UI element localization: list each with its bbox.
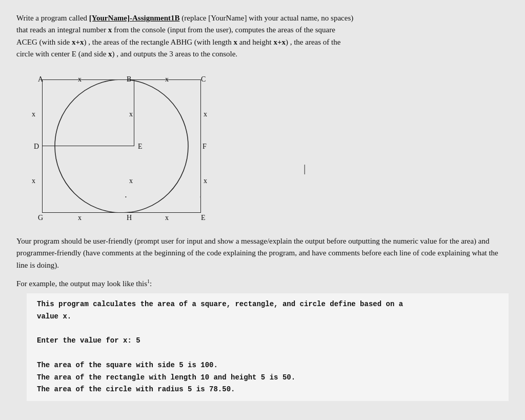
code-line-blank2 <box>37 347 498 359</box>
example-intro-paragraph: For example, the output may look like th… <box>16 278 509 288</box>
code-line-6-text: The area of the circle with radius 5 is … <box>37 385 235 393</box>
code-line-2: value x. <box>37 311 498 323</box>
cursor-ibeam: | <box>304 162 306 175</box>
dot-decoration: • <box>125 195 127 199</box>
var-x1: x <box>108 26 112 34</box>
label-H: H <box>127 214 132 222</box>
svg-point-0 <box>55 79 188 213</box>
code-line-2-text: value x. <box>37 312 71 321</box>
program-name: [YourName]-Assignment1B <box>89 14 180 22</box>
code-line-4: The area of the square with side 5 is 10… <box>37 359 498 372</box>
circle-svg <box>42 79 201 213</box>
code-line-3: Enter the value for x: 5 <box>37 335 498 347</box>
example-colon: : <box>150 279 152 288</box>
tick-decoration: ' <box>200 195 201 203</box>
code-block: This program calculates the area of a sq… <box>27 293 509 401</box>
label-x-AB: x <box>78 75 82 84</box>
label-x-BC: x <box>165 75 169 84</box>
label-x-mid2: x <box>129 177 133 185</box>
intro-pre: Write a program called <box>16 14 89 22</box>
label-x-right2: x <box>204 177 207 185</box>
label-x-mid1: x <box>129 110 133 118</box>
code-line-6: The area of the circle with radius 5 is … <box>37 384 498 396</box>
intro-line2: that reads an integral number x from the… <box>16 26 335 34</box>
label-G: G <box>38 214 43 222</box>
var-x2: x <box>233 38 237 46</box>
code-line-4-text: The area of the square with side 5 is 10… <box>37 361 218 369</box>
intro-line4: circle with center E (and side x) , and … <box>16 50 237 58</box>
code-line-3-text: Enter the value for x: 5 <box>37 336 140 345</box>
label-C: C <box>201 75 206 84</box>
intro-line3: ACEG (with side x+x) , the areas of the … <box>16 38 340 46</box>
body-text-content: Your program should be user-friendly (pr… <box>16 237 498 269</box>
intro-paragraph: Write a program called [YourName]-Assign… <box>16 12 509 60</box>
example-intro-text: For example, the output may look like th… <box>16 279 147 288</box>
label-x-right1: x <box>204 110 207 118</box>
label-E: E <box>138 143 143 151</box>
code-line-1: This program calculates the area of a sq… <box>37 298 498 311</box>
label-B: B <box>127 75 131 84</box>
diagram-area: A B C D E F G H E x x x x x x x x x x • … <box>27 69 509 228</box>
label-x-left1: x <box>32 110 35 118</box>
label-x-left2: x <box>32 177 35 185</box>
var-x-plus-x2: x+x <box>273 38 286 46</box>
label-E2: E <box>201 214 206 222</box>
label-A: A <box>38 75 43 84</box>
label-F: F <box>203 143 207 151</box>
geometry-diagram: A B C D E F G H E x x x x x x x x x x • … <box>27 69 227 228</box>
intro-post: (replace [YourName] with your actual nam… <box>179 14 353 22</box>
var-x3: x <box>108 50 112 58</box>
code-line-5-text: The area of the rectangle with length 10… <box>37 373 295 382</box>
label-D: D <box>34 143 39 151</box>
code-line-blank1 <box>37 323 498 335</box>
label-x-HE: x <box>165 214 169 222</box>
label-x-GH: x <box>78 214 82 222</box>
var-x-plus-x1: x+x <box>72 38 84 46</box>
code-line-5: The area of the rectangle with length 10… <box>37 372 498 384</box>
code-line-1-text: This program calculates the area of a sq… <box>37 300 403 308</box>
body-paragraph: Your program should be user-friendly (pr… <box>16 235 509 271</box>
